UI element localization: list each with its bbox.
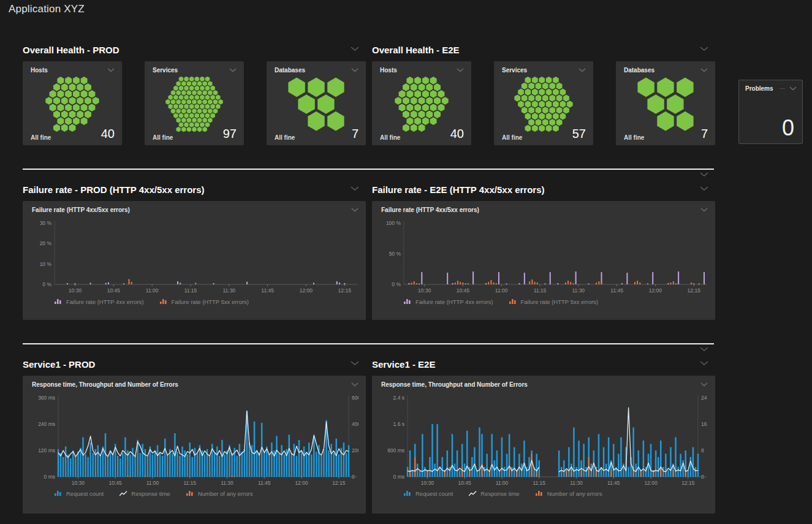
svg-text:11:45: 11:45 [258,480,271,486]
chart-title: Response time, Throughput and Number of … [381,381,528,388]
status-text: All fine [380,134,400,141]
entity-count: 40 [101,127,115,141]
svg-text:10:30: 10:30 [418,287,431,294]
tile-title: Hosts [31,67,48,74]
svg-text:0 ms: 0 ms [393,474,404,480]
svg-text:11:15: 11:15 [533,480,545,486]
chevron-down-icon[interactable] [700,382,708,387]
status-text: All fine [275,134,295,141]
chevron-down-icon[interactable] [107,68,115,72]
bar-series-icon [509,298,517,305]
section-title-health-prod: Overall Health - PROD [23,45,120,55]
svg-text:10:45: 10:45 [107,287,121,294]
dashboard: Application XYZ Overall Health - PROD Ov… [0,0,812,524]
failure-rate-prod-tile[interactable]: Failure rate (HTTP 4xx/5xx errors) 30 %2… [23,201,366,320]
svg-text:10:30: 10:30 [69,287,82,294]
health-tile-hosts-prod[interactable]: Hosts All fine 40 [23,61,122,145]
health-tile-hosts-e2e[interactable]: Hosts All fine 40 [372,61,471,145]
chevron-down-icon[interactable] [700,68,708,72]
bar-series-icon [55,298,63,305]
svg-text:10:30: 10:30 [421,480,434,486]
line-series-icon [120,490,127,497]
problems-tile[interactable]: Problems 0 [738,80,803,144]
honeycomb-hosts [376,75,468,134]
svg-text:11:45: 11:45 [261,287,274,294]
svg-text:12:00: 12:00 [295,480,308,486]
svg-text:12:00: 12:00 [300,287,313,294]
svg-text:11:45: 11:45 [610,287,623,294]
svg-text:11:30: 11:30 [222,287,235,294]
section-title-failure-prod: Failure rate - PROD (HTTP 4xx/5xx errors… [23,184,205,195]
chevron-down-icon[interactable] [700,47,708,51]
chevron-down-icon[interactable] [457,68,464,72]
chevron-down-icon[interactable] [351,186,359,191]
chart-title: Response time, Throughput and Number of … [32,381,178,388]
svg-text:10:45: 10:45 [458,480,472,486]
svg-text:12:00: 12:00 [649,287,662,294]
chevron-down-icon[interactable] [579,68,586,72]
failure-rate-prod-chart: 30 %20 %10 %0 %10:3010:4511:0011:1511:30… [30,216,359,297]
svg-text:1.6 s: 1.6 s [393,421,404,427]
svg-text:11:15: 11:15 [183,480,196,486]
chevron-down-icon[interactable] [700,347,708,352]
legend-item: Failure rate (HTTP 4xx errors) [404,298,493,305]
svg-text:100 %: 100 % [386,220,401,226]
chart-legend: Request countResponse timeNumber of any … [404,490,715,497]
legend-label: Response time [480,490,519,497]
chevron-down-icon[interactable] [789,86,797,91]
svg-text:10:30: 10:30 [72,480,85,486]
svg-text:600: 600 [352,395,359,401]
chevron-down-icon[interactable] [700,186,708,191]
health-tile-databases-prod[interactable]: Databases All fine 7 [267,61,366,145]
line-series-icon [469,490,477,497]
health-tile-services-e2e[interactable]: Services All fine 57 [494,61,593,145]
chevron-down-icon[interactable] [351,68,359,72]
svg-text:12:15: 12:15 [681,480,695,486]
health-tile-services-prod[interactable]: Services All fine 97 [145,61,244,145]
legend-item: Response time [469,490,519,497]
svg-text:50 %: 50 % [389,251,401,257]
service1-prod-chart: 360 ms240 ms120 ms0 ms600400200010:3010:… [30,390,359,488]
chevron-down-icon[interactable] [351,47,359,51]
status-text: All fine [624,134,644,141]
legend-label: Failure rate (HTTP 4xx errors) [415,298,493,305]
chevron-down-icon[interactable] [700,208,708,212]
legend-item: Failure rate (HTTP 4xx errors) [55,298,144,305]
chart-legend: Request countResponse timeNumber of any … [55,490,366,497]
section-divider [23,343,714,344]
bar-series-icon [536,490,544,497]
chevron-down-icon[interactable] [351,382,359,387]
tile-title: Databases [275,67,305,74]
legend-label: Number of any errors [198,490,253,497]
health-tile-databases-e2e[interactable]: Databases All fine 7 [616,61,715,145]
chevron-down-icon[interactable] [229,68,237,72]
service1-e2e-tile[interactable]: Response time, Throughput and Number of … [372,376,715,514]
chevron-down-icon[interactable] [700,172,708,177]
legend-label: Request count [415,490,453,497]
chart-title: Failure rate (HTTP 4xx/5xx errors) [32,207,130,213]
svg-text:11:00: 11:00 [495,287,508,294]
svg-text:8: 8 [701,447,704,454]
status-text: All fine [153,134,173,141]
section-title-failure-e2e: Failure rate - E2E (HTTP 4xx/5xx errors) [372,184,545,195]
honeycomb-services [148,75,240,134]
chevron-down-icon[interactable] [351,208,359,212]
section-title-service1-e2e: Service1 - E2E [372,359,435,370]
chevron-down-icon[interactable] [351,361,359,366]
failure-rate-e2e-tile[interactable]: Failure rate (HTTP 4xx/5xx errors) 100 %… [372,201,715,320]
svg-text:12:15: 12:15 [688,287,701,294]
svg-text:16: 16 [701,421,707,427]
svg-text:0 ms: 0 ms [44,474,55,480]
service1-prod-tile[interactable]: Response time, Throughput and Number of … [23,376,366,514]
chevron-down-icon[interactable] [700,361,708,366]
bar-series-icon [55,490,63,497]
legend-item: Failure rate (HTTP 5xx errors) [160,298,249,305]
svg-text:11:30: 11:30 [572,287,585,294]
section-title-health-e2e: Overall Health - E2E [372,45,460,55]
svg-text:12:15: 12:15 [332,480,346,486]
section-divider [23,169,714,170]
legend-item: Number of any errors [186,490,253,497]
tile-title: Services [502,67,527,74]
chart-legend: Failure rate (HTTP 4xx errors)Failure ra… [404,298,715,305]
svg-text:11:00: 11:00 [146,480,159,486]
